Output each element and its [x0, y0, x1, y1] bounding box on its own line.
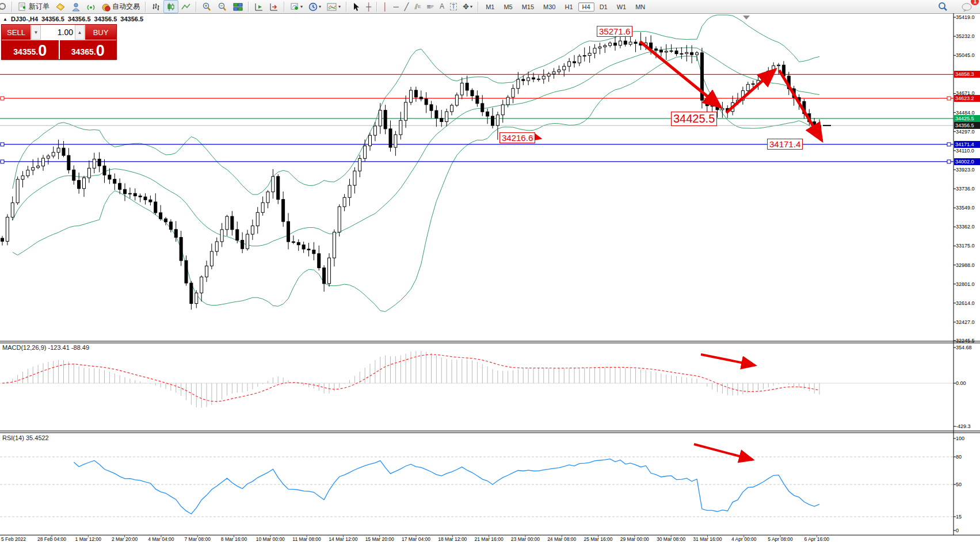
candle-body: [21, 176, 24, 180]
volume-decrease-button[interactable]: ▼: [31, 25, 41, 40]
line-handle[interactable]: [947, 97, 951, 100]
price-tick-label: 32427.0: [956, 319, 975, 325]
candle-body: [261, 203, 264, 212]
candle-body: [435, 110, 438, 118]
candle-body: [558, 70, 560, 71]
macd-label: MACD(12,26,9) -123.41 -88.49: [2, 344, 89, 351]
candle-body: [506, 97, 509, 105]
candle-body: [522, 79, 525, 81]
time-axis-label: 11 Mar 08:00: [292, 536, 321, 542]
macd-tick-label: 0.00: [956, 380, 966, 386]
candle-body: [466, 83, 468, 90]
candle-body: [573, 62, 576, 63]
candle-body: [200, 277, 203, 293]
candle-body: [134, 193, 136, 196]
candle-body: [159, 213, 162, 219]
time-axis-label: 23 Mar 00:00: [511, 536, 540, 542]
time-axis-label: 10 Mar 00:00: [256, 536, 285, 542]
candle-body: [98, 159, 101, 166]
candle-body: [578, 56, 581, 63]
candle-body: [52, 152, 55, 156]
candle-body: [312, 250, 315, 253]
candle-body: [302, 245, 305, 249]
candle-body: [343, 197, 346, 207]
time-axis-label: 4 Mar 04:00: [148, 536, 174, 542]
sell-button[interactable]: SELL: [2, 25, 31, 40]
annotation-high-35271[interactable]: 35271.6: [597, 26, 632, 37]
annotation-level-34171[interactable]: 34171.4: [767, 139, 803, 150]
rsi-tick-label: 15: [956, 514, 962, 520]
line-handle[interactable]: [1, 160, 4, 163]
candle-body: [711, 106, 714, 106]
candle-body: [568, 62, 571, 66]
macd-tick-label: -429.3: [956, 423, 971, 429]
candle-body: [180, 238, 182, 261]
candle-body: [598, 47, 601, 48]
candle-body: [496, 115, 499, 125]
candle-body: [251, 226, 254, 235]
buy-price-pips: 0: [96, 43, 105, 58]
rsi-label: RSI(14) 35.4522: [2, 434, 49, 441]
price-line-tag: 34858.3: [954, 71, 980, 78]
candle-body: [62, 148, 65, 155]
candle-body: [430, 105, 433, 110]
price-tick-label: 35045.0: [956, 52, 975, 58]
candle-body: [746, 85, 749, 91]
candle-body: [169, 222, 172, 230]
price-tick-label: 35419.0: [956, 14, 975, 20]
candle-body: [266, 192, 269, 203]
candle-body: [517, 79, 520, 89]
candle-body: [394, 135, 397, 147]
price-tick-label: 32245.5: [956, 338, 975, 343]
trend-arrow-4[interactable]: [701, 354, 755, 365]
volume-increase-button[interactable]: ▲: [75, 25, 85, 40]
candle-body: [588, 53, 591, 55]
chart-shift-marker[interactable]: [743, 16, 750, 20]
volume-input[interactable]: [41, 25, 75, 40]
trend-arrow-1[interactable]: [726, 70, 775, 113]
candle-body: [379, 110, 382, 126]
candle-body: [93, 159, 96, 169]
line-handle[interactable]: [947, 143, 951, 146]
price-tick-label: 33362.0: [956, 224, 975, 230]
candle-body: [752, 84, 754, 85]
candle-body: [149, 200, 152, 202]
price-line-tag: 34002.0: [954, 158, 980, 165]
candle-body: [629, 42, 632, 44]
candle-body: [236, 230, 239, 241]
candle-body: [440, 118, 443, 121]
annotation-low-34216[interactable]: 34216.6: [499, 132, 535, 143]
candle-body: [47, 156, 49, 158]
buy-price-button[interactable]: 34365. 0: [60, 40, 117, 59]
trend-arrow-2[interactable]: [779, 70, 822, 140]
time-axis-label: 6 Apr 16:00: [804, 536, 829, 542]
sell-price-button[interactable]: 34355. 0: [2, 40, 60, 59]
candle-body: [460, 83, 463, 95]
trend-arrow-5[interactable]: [694, 444, 753, 460]
candle-body: [410, 90, 413, 102]
candle-body: [328, 258, 331, 284]
candle-body: [445, 112, 448, 121]
candle-body: [113, 179, 116, 183]
line-handle[interactable]: [1, 97, 4, 100]
quote-open: 34356.5: [41, 16, 64, 22]
candle-body: [103, 166, 106, 175]
annotation-level-34425[interactable]: 34425.5: [671, 112, 717, 126]
quote-high: 34356.5: [68, 16, 91, 22]
price-line-tag: 34623.2: [954, 95, 980, 102]
candle-body: [614, 43, 617, 45]
bollinger-band: [13, 48, 819, 246]
candle-body: [552, 72, 555, 74]
buy-button[interactable]: BUY: [85, 25, 116, 40]
candle-body: [665, 51, 668, 52]
candle-body: [1, 238, 4, 241]
candle-body: [680, 54, 683, 54]
time-axis-label: 8 Mar 16:00: [221, 536, 247, 542]
line-handle[interactable]: [1, 143, 4, 146]
candle-body: [512, 89, 514, 97]
quote-bar: ▲ DJ30-,H4 34356.5 34356.5 34356.5 34356…: [3, 16, 143, 22]
collapse-panel-arrow[interactable]: ▲: [3, 17, 7, 22]
candle-body: [619, 41, 621, 45]
chart-canvas[interactable]: [0, 0, 980, 542]
line-handle[interactable]: [947, 160, 951, 163]
